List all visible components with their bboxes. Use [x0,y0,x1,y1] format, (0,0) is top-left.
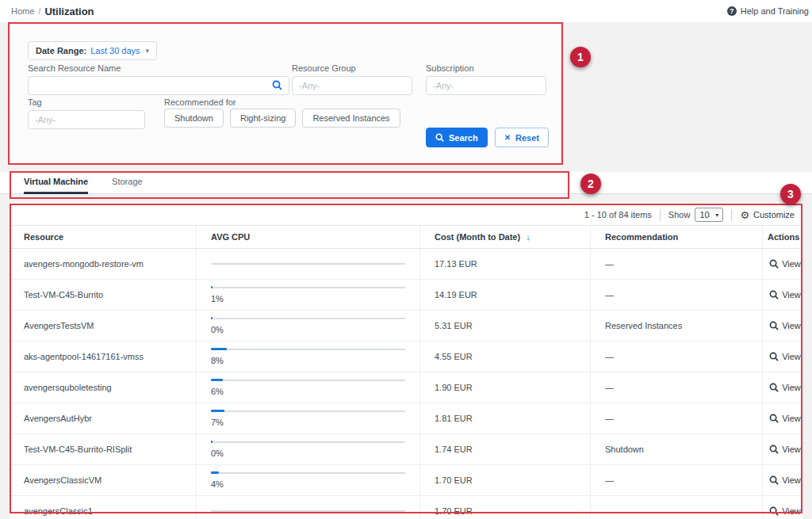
gear-icon: ⚙ [740,209,749,221]
table-row: Test-VM-C45-Burrito 1% 14.19 EUR — View [10,280,802,311]
cpu-bar-track [211,349,405,350]
cpu-bar-track [211,380,405,381]
table-row: avengersClassic1 1.70 EUR — View [10,496,802,519]
page-size-value: 10 [699,210,709,219]
close-icon: ✕ [504,133,511,142]
reset-button-label: Reset [515,133,539,143]
cpu-percent-label: 8% [211,356,419,365]
view-button[interactable]: View [763,311,802,341]
cpu-bar-fill [211,317,213,319]
cost-cell: 4.55 EUR [420,342,591,372]
recommendation-cell: — [591,496,763,519]
table-body: avengers-mongodb-restore-vm 17.13 EUR — … [10,249,802,519]
utilization-table-card: 1 - 10 of 84 items Show 10 ▾ ⚙ Customize… [10,204,802,519]
avg-cpu-cell: 1% [197,280,420,310]
cpu-percent-label: 6% [211,387,419,396]
recommendation-cell: — [591,403,763,433]
resource-name-cell: avengersClassic1 [10,496,197,519]
customize-label: Customize [753,210,795,219]
page-title: Utilization [44,6,94,17]
column-header-recommendation[interactable]: Recommendation [591,226,763,248]
view-button[interactable]: View [763,280,802,310]
cost-cell: 14.19 EUR [420,280,591,310]
help-label: Help and Training [741,6,809,16]
subscription-input[interactable] [426,76,546,95]
cpu-bar-fill [211,471,219,474]
cost-cell: 1.70 EUR [420,465,591,495]
recommended-for-label: Recommended for [164,97,236,107]
magnifier-icon [769,259,779,269]
table-row: Test-VM-C45-Burrito-RISplit 0% 1.74 EUR … [10,434,802,465]
annotation-badge-1: 1 [570,47,591,67]
date-range-dropdown[interactable]: Date Range: Last 30 days ▾ [28,41,157,60]
table-row: avengersquboletesting 6% 1.90 EUR — View [10,372,802,403]
customize-button[interactable]: ⚙ Customize [740,209,795,221]
cpu-bar-fill [211,286,213,288]
view-button[interactable]: View [763,372,802,403]
help-and-training-link[interactable]: ? Help and Training [727,6,809,16]
search-button-label: Search [449,133,478,143]
tab-storage[interactable]: Storage [112,172,143,194]
divider [731,209,732,221]
recommendation-cell: — [591,280,763,310]
avg-cpu-cell: 7% [197,403,420,433]
search-icon [435,133,444,142]
column-header-cost[interactable]: Cost (Month to Date) ↓ [420,226,591,248]
tab-virtual-machine[interactable]: Virtual Machine [24,172,88,194]
search-resource-name-label: Search Resource Name [28,63,121,73]
cpu-percent-label: 1% [211,294,419,303]
date-range-value: Last 30 days [90,46,140,55]
help-icon: ? [727,6,737,16]
breadcrumb-home-link[interactable]: Home [11,6,34,16]
cpu-bar-fill [211,441,213,443]
recommendation-cell: — [591,342,763,372]
table-row: AvengersAutHybr 7% 1.81 EUR — View [10,403,802,434]
avg-cpu-cell: 0% [197,311,420,341]
magnifier-icon [769,445,779,454]
filter-chip-right-sizing[interactable]: Right-sizing [230,109,296,128]
view-button[interactable]: View [763,496,802,519]
magnifier-icon [769,321,779,330]
page-size-select[interactable]: 10 ▾ [695,208,723,222]
view-button[interactable]: View [763,342,802,372]
search-resource-name-wrap [28,76,289,95]
resource-name-cell: Test-VM-C45-Burrito-RISplit [10,434,197,464]
cpu-bar-fill [211,379,223,381]
magnifier-icon [769,414,779,423]
view-button[interactable]: View [763,249,802,279]
tag-input[interactable] [28,110,145,129]
filter-chip-reserved-instances[interactable]: Reserved Instances [302,109,400,128]
column-header-avg-cpu[interactable]: AVG CPU [197,226,420,248]
table-row: avengers-mongodb-restore-vm 17.13 EUR — … [10,249,802,280]
column-header-actions: Actions [763,226,802,248]
filter-panel: Date Range: Last 30 days ▾ Search Resour… [8,22,563,165]
column-header-resource[interactable]: Resource [10,226,197,248]
top-bar: Home / Utilization ? Help and Training [0,0,812,22]
cost-cell: 5.31 EUR [420,311,591,341]
search-resource-name-input[interactable] [28,76,289,95]
search-icon[interactable] [272,80,282,92]
view-button[interactable]: View [763,403,802,433]
recommendation-cell: Shutdown [591,434,763,464]
table-row: AvengersTestsVM 0% 5.31 EUR Reserved Ins… [10,311,802,342]
cpu-bar-track [211,287,405,288]
cpu-percent-label: 7% [211,418,419,427]
show-label: Show [668,210,691,219]
resource-name-cell: aks-agentpool-14617161-vmss [10,342,197,372]
resource-name-cell: AvengersTestsVM [10,311,197,341]
breadcrumb: Home / Utilization [11,6,94,17]
view-button[interactable]: View [763,465,802,495]
cpu-bar-track [211,441,405,443]
view-button[interactable]: View [763,434,802,464]
resource-name-cell: Test-VM-C45-Burrito [10,280,197,310]
pagination-bar: 1 - 10 of 84 items Show 10 ▾ ⚙ Customize [10,204,802,225]
avg-cpu-cell: 8% [197,342,420,372]
tab-bar: Virtual Machine Storage [0,172,812,194]
reset-button[interactable]: ✕ Reset [495,128,549,147]
filter-chip-shutdown[interactable]: Shutdown [164,109,224,128]
cost-cell: 1.81 EUR [420,403,591,433]
breadcrumb-separator: / [38,6,40,16]
recommendation-cell: — [591,465,763,495]
resource-group-input[interactable] [292,76,412,95]
search-button[interactable]: Search [426,128,488,147]
